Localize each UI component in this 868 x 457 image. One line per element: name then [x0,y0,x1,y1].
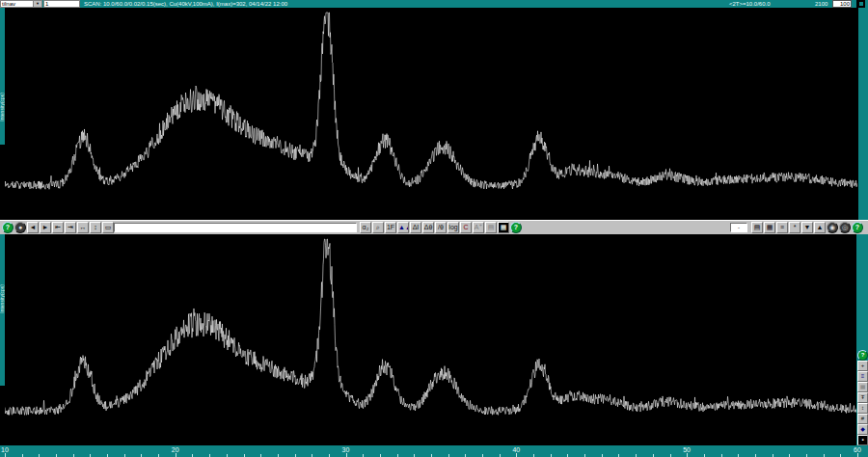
record-icon[interactable]: ● [14,222,26,233]
fixed-scale-icon[interactable]: 1F [385,222,396,233]
axis-label: 30 [342,446,350,454]
view-combo[interactable]: tilnav ▼ [0,0,42,8]
axis-label: 20 [172,446,179,454]
title-bar: tilnav ▼ 1 SCAN: 10.0/60.0/0.02/0.15(sec… [0,0,868,8]
main-toolbar: ?●◄►⇤⇥↔↕▭ α₂⌕1F▲▲ΔΙΔθ/θlogCA⁺▤▦? - ▤▦≡*▼… [0,220,868,234]
two-theta-axis-bar: 102030405060 [0,445,868,457]
log-scale-icon[interactable]: log [448,222,459,233]
corner-button[interactable] [856,0,865,8]
axis-label: 10 [1,446,9,454]
xrd-app-window: tilnav ▼ 1 SCAN: 10.0/60.0/0.02/0.15(sec… [0,0,868,457]
axis-icon[interactable]: Ŧ [857,392,868,403]
axis-label: 40 [512,446,520,454]
view-combo-value: tilnav [2,1,15,7]
pan-left-icon[interactable]: ◄ [27,222,39,233]
toolbar-group-left: ?●◄►⇤⇥↔↕▭ [2,222,115,233]
scale-field[interactable]: - [730,223,747,232]
zoom-x-icon[interactable]: ↔ [77,222,89,233]
axis-label: 50 [683,446,691,454]
per-theta-icon[interactable]: /θ [435,222,447,233]
y-axis-strip-top: Intensity(cps) [0,8,5,145]
kalpha2-strip-icon[interactable]: α₂ [360,222,371,233]
overlay-icon[interactable]: A⁺ [473,222,484,233]
crosshair-icon[interactable]: + [857,361,868,371]
expand-left-icon[interactable]: ⇤ [52,222,64,233]
axis-label: 60 [854,446,861,454]
delta-theta-icon[interactable]: Δθ [422,222,434,233]
chevron-down-icon[interactable]: ▼ [33,1,41,7]
help-icon[interactable]: ? [852,222,863,233]
pan-right-icon[interactable]: ► [40,222,51,233]
lines-icon[interactable]: ≡ [857,371,868,382]
reset-view-icon[interactable]: ▭ [102,222,114,233]
hash-icon[interactable]: # [857,414,868,424]
xrd-trace-bottom[interactable] [5,234,857,445]
target-icon[interactable]: ◎ [839,222,851,233]
compare-icon[interactable]: ▤ [485,222,497,233]
status-field[interactable] [114,223,357,232]
record-icon[interactable]: ◉ [827,222,838,233]
grid-icon[interactable]: ▦ [498,222,509,233]
side-toolbar: ?+≡▦Ŧ↕#◆▪ [857,350,868,445]
zoom-y-icon[interactable]: ↕ [90,222,101,233]
lines-icon[interactable]: ≡ [776,222,788,233]
tile-icon[interactable]: ▦ [764,222,775,233]
expand-right-icon[interactable]: ⇥ [65,222,76,233]
plot-panel-bottom: Intensity(cps) ?+≡▦Ŧ↕#◆▪ [0,234,868,445]
dark-icon[interactable]: ▪ [857,435,868,445]
diamonds-icon[interactable]: ◆ [857,424,868,435]
y-axis-label-bottom: Intensity(cps) [0,284,5,313]
zoom-icon[interactable]: ⌕ [372,222,384,233]
peaks-icon[interactable]: ▲▲ [397,222,409,233]
toolbar-group-center: α₂⌕1F▲▲ΔΙΔθ/θlogCA⁺▤▦? [360,222,523,233]
xrd-trace-top[interactable] [5,8,857,220]
updown-icon[interactable]: ↕ [857,403,868,414]
two-theta-range-label: <2T>=10.0/60.0 [729,0,771,8]
scan-info-title: SCAN: 10.0/60.0/0.02/0.15(sec), Cu(40kV,… [84,0,287,8]
y-axis-label-top: Intensity(cps) [0,93,5,121]
stack-icon[interactable]: ▤ [751,222,763,233]
cycle-icon[interactable]: C [460,222,472,233]
delta-intensity-icon[interactable]: ΔΙ [410,222,421,233]
shift-down-icon[interactable]: ▼ [801,222,813,233]
intensity-readout: 2100 [815,0,827,8]
y-axis-strip-bottom: Intensity(cps) [0,234,5,386]
plot-panel-top: Intensity(cps) [0,8,868,220]
toolbar-group-right: ▤▦≡*▼▲◉◎? [751,222,864,233]
shift-up-icon[interactable]: ▲ [814,222,826,233]
star-icon[interactable]: * [789,222,800,233]
grid-icon[interactable]: ▦ [857,382,868,392]
help-icon[interactable]: ? [2,222,14,233]
percent-field[interactable]: 100 [832,0,852,8]
combo-edit-field[interactable]: 1 [43,0,80,8]
help-icon[interactable]: ? [510,222,522,233]
help-icon[interactable]: ? [857,350,868,361]
right-margin-strip-top [858,8,868,220]
